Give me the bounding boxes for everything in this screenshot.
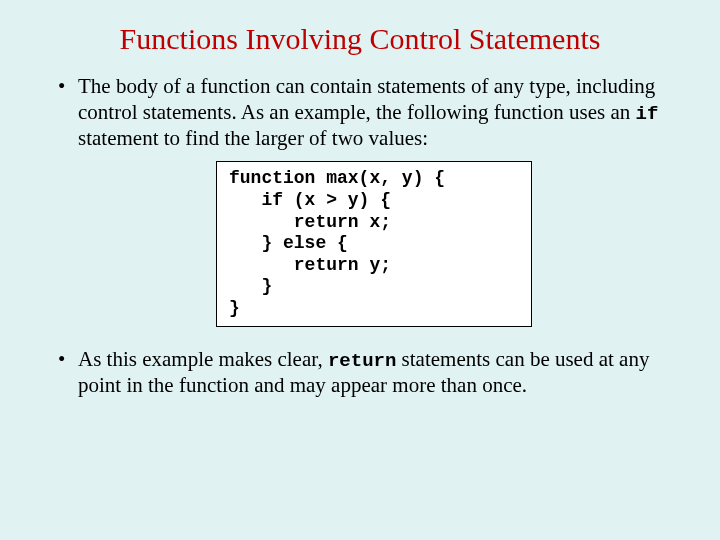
slide-title: Functions Involving Control Statements xyxy=(40,22,680,56)
bullet-2-code: return xyxy=(328,350,396,372)
bullet-2: As this example makes clear, return stat… xyxy=(58,347,670,399)
bullet-1-code: if xyxy=(636,103,659,125)
bullet-list: The body of a function can contain state… xyxy=(40,74,680,398)
code-box-wrap: function max(x, y) { if (x > y) { return… xyxy=(78,161,670,326)
slide: Functions Involving Control Statements T… xyxy=(0,0,720,540)
bullet-1-text-b: statement to find the larger of two valu… xyxy=(78,126,428,150)
code-example: function max(x, y) { if (x > y) { return… xyxy=(216,161,532,326)
bullet-1: The body of a function can contain state… xyxy=(58,74,670,327)
bullet-1-text-a: The body of a function can contain state… xyxy=(78,74,655,124)
bullet-2-text-a: As this example makes clear, xyxy=(78,347,328,371)
